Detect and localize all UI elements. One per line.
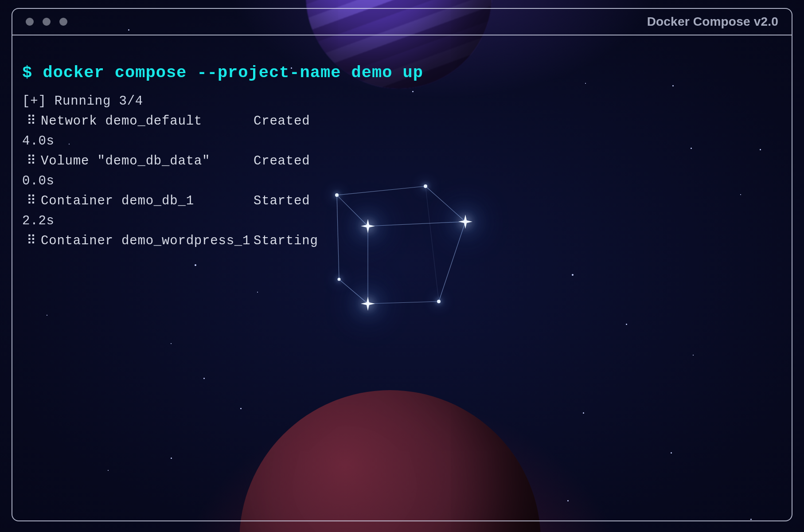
terminal-window: Docker Compose v2.0 $ docker compose --p…	[12, 8, 792, 521]
resource-state: Started	[254, 192, 342, 211]
resource-name: Container demo_wordpress_1	[41, 231, 254, 251]
resource-name: Network demo_default	[41, 112, 254, 132]
titlebar: Docker Compose v2.0	[12, 9, 792, 35]
progress-row: ⠿ Container demo_wordpress_1 Starting	[22, 231, 781, 251]
spinner-icon: ⠿	[22, 152, 41, 172]
prompt-sign: $	[22, 63, 32, 82]
status-prefix: [+] Running	[22, 94, 111, 109]
progress-row: ⠿ Volume "demo_db_data" Created 0.0s	[22, 152, 781, 192]
traffic-lights	[26, 18, 67, 26]
resource-name: Container demo_db_1	[41, 192, 254, 211]
traffic-minimize[interactable]	[43, 18, 51, 26]
progress-summary: [+] Running 3/4	[22, 92, 781, 112]
resource-state: Created	[254, 152, 342, 172]
progress-row: ⠿ Network demo_default Created 4.0s	[22, 112, 781, 152]
window-title: Docker Compose v2.0	[647, 15, 778, 29]
command-line: $ docker compose --project-name demo up	[22, 60, 781, 86]
spinner-icon: ⠿	[22, 192, 41, 211]
command-text: docker compose --project-name demo up	[43, 63, 423, 82]
progress-row: ⠿ Container demo_db_1 Started 2.2s	[22, 192, 781, 231]
resource-name: Volume "demo_db_data"	[41, 152, 254, 172]
resource-state: Created	[254, 112, 342, 132]
resource-time: 0.0s	[22, 172, 342, 192]
traffic-close[interactable]	[26, 18, 34, 26]
spinner-icon: ⠿	[22, 112, 41, 132]
resource-time: 4.0s	[22, 132, 342, 152]
resource-state: Starting	[254, 231, 342, 251]
status-count: 3/4	[119, 94, 143, 109]
spinner-icon: ⠿	[22, 231, 41, 251]
resource-time: 2.2s	[22, 211, 342, 231]
traffic-zoom[interactable]	[59, 18, 67, 26]
terminal-body[interactable]: $ docker compose --project-name demo up …	[12, 35, 792, 262]
